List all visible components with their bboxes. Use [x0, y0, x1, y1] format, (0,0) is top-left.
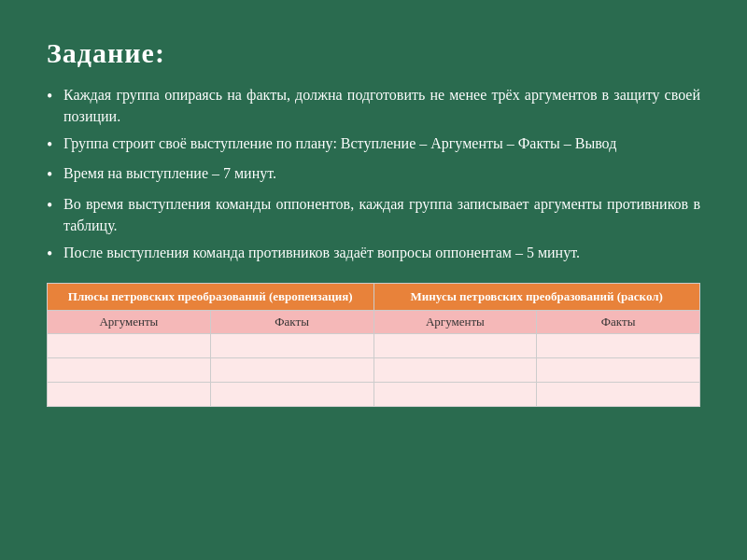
- list-item: •Группа строит своё выступление по плану…: [47, 133, 700, 157]
- bullet-text: Время на выступление – 7 минут.: [63, 162, 700, 184]
- table-cell: [537, 383, 700, 407]
- table-body: [48, 334, 700, 407]
- table-cell: [374, 383, 537, 407]
- list-item: •После выступления команда противников з…: [47, 242, 700, 266]
- bullet-icon: •: [47, 242, 63, 266]
- table-row: [48, 334, 700, 358]
- table-cell: [537, 358, 700, 383]
- table-header-row: Плюсы петровских преобразований (европеи…: [48, 284, 700, 311]
- bullet-text: Каждая группа опираясь на факты, должна …: [63, 84, 700, 127]
- table-cell: [210, 383, 374, 407]
- bullet-list: •Каждая группа опираясь на факты, должна…: [47, 84, 700, 266]
- table-subheader-2: Факты: [210, 311, 374, 334]
- table-subheader-1: Аргументы: [48, 311, 211, 334]
- bullet-icon: •: [47, 133, 63, 157]
- bullet-text: Во время выступления команды оппонентов,…: [63, 193, 700, 236]
- table-header-col1: Плюсы петровских преобразований (европеи…: [48, 284, 374, 311]
- table-cell: [374, 358, 537, 383]
- table-subheader-3: Аргументы: [374, 311, 537, 334]
- bullet-text: Группа строит своё выступление по плану:…: [63, 133, 700, 154]
- table-subheader-4: Факты: [537, 311, 700, 334]
- table-header-col2: Минусы петровских преобразований (раскол…: [374, 284, 700, 311]
- table-cell: [210, 358, 374, 383]
- table-cell: [48, 334, 211, 358]
- table-subheader-row: Аргументы Факты Аргументы Факты: [48, 311, 700, 334]
- bullet-text: После выступления команда противников за…: [63, 242, 700, 263]
- list-item: •Каждая группа опираясь на факты, должна…: [47, 84, 700, 127]
- table-row: [48, 358, 700, 383]
- table-cell: [48, 383, 211, 407]
- page-title: Задание:: [47, 37, 700, 69]
- list-item: •Во время выступления команды оппонентов…: [47, 193, 700, 236]
- table-cell: [210, 334, 374, 358]
- table: Плюсы петровских преобразований (европеи…: [47, 283, 700, 407]
- bullet-icon: •: [47, 84, 63, 108]
- table-cell: [48, 358, 211, 383]
- slide: Задание: •Каждая группа опираясь на факт…: [19, 19, 728, 541]
- table-cell: [374, 334, 537, 358]
- bullet-icon: •: [47, 193, 63, 217]
- bullet-icon: •: [47, 162, 63, 187]
- table-row: [48, 383, 700, 407]
- list-item: •Время на выступление – 7 минут.: [47, 162, 700, 187]
- table-cell: [537, 334, 700, 358]
